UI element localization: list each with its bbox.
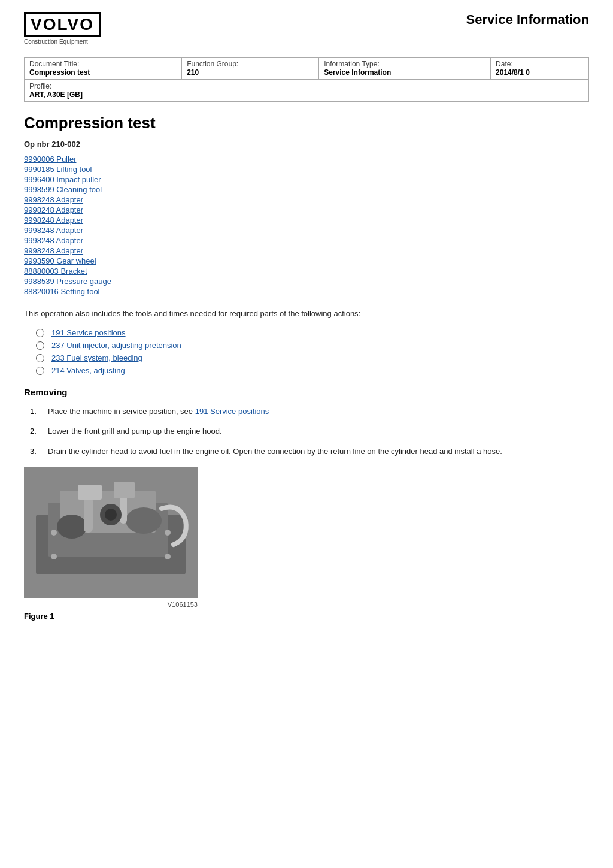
- removing-step: 3.Drain the cylinder head to avoid fuel …: [30, 446, 589, 458]
- tool-list-item: 9998248 Adapter: [24, 195, 589, 204]
- step-text: Place the machine in service position, s…: [48, 406, 589, 418]
- bullet-circle-icon: [36, 341, 44, 350]
- figure-area: V1061153 Figure 1: [24, 467, 589, 621]
- tool-list-item: 88880003 Bracket: [24, 267, 589, 276]
- step-number: 3.: [30, 446, 48, 458]
- svg-point-13: [165, 530, 171, 536]
- volvo-logo: VOLVO: [24, 12, 101, 37]
- date-label: Date:: [496, 60, 584, 68]
- tool-link[interactable]: 9996400 Impact puller: [24, 175, 101, 184]
- removing-heading: Removing: [24, 387, 589, 397]
- step-number: 1.: [30, 406, 48, 418]
- action-link[interactable]: 237 Unit injector, adjusting pretension: [51, 341, 181, 350]
- doc-title-label: Document Title:: [29, 60, 177, 68]
- removing-step: 2.Lower the front grill and pump up the …: [30, 425, 589, 437]
- svg-rect-6: [84, 497, 93, 533]
- figure-caption: V1061153: [24, 601, 198, 608]
- profile-label: Profile:: [29, 82, 584, 90]
- info-type-value: Service Information: [324, 68, 485, 77]
- tool-link[interactable]: 88880003 Bracket: [24, 267, 87, 276]
- tool-list-item: 9988539 Pressure gauge: [24, 277, 589, 286]
- figure-image: [24, 467, 198, 598]
- tool-list-item: 9998248 Adapter: [24, 216, 589, 225]
- removing-steps: 1.Place the machine in service position,…: [30, 406, 589, 458]
- action-list-item: 191 Service positions: [36, 328, 589, 337]
- svg-point-10: [51, 554, 57, 559]
- tool-list-item: 9993590 Gear wheel: [24, 256, 589, 265]
- action-list-item: 237 Unit injector, adjusting pretension: [36, 341, 589, 350]
- function-group-value: 210: [187, 68, 314, 77]
- svg-point-5: [126, 507, 162, 534]
- tool-list-item: 9998248 Adapter: [24, 205, 589, 214]
- tool-link[interactable]: 9998248 Adapter: [24, 195, 83, 204]
- step-text: Drain the cylinder head to avoid fuel in…: [48, 446, 589, 458]
- bullet-circle-icon: [36, 354, 44, 362]
- tool-link[interactable]: 9998248 Adapter: [24, 236, 83, 245]
- tool-link[interactable]: 9990006 Puller: [24, 155, 76, 164]
- step-number: 2.: [30, 425, 48, 437]
- profile-value: ART, A30E [GB]: [29, 90, 584, 99]
- action-link[interactable]: 191 Service positions: [51, 328, 126, 337]
- tool-list-item: 9990185 Lifting tool: [24, 165, 589, 174]
- logo-subtitle: Construction Equipment: [24, 38, 101, 45]
- svg-rect-15: [114, 482, 135, 498]
- function-group-label: Function Group:: [187, 60, 314, 68]
- tool-list-item: 9998248 Adapter: [24, 236, 589, 245]
- service-info-title: Service Information: [466, 12, 589, 28]
- engine-image-svg: [24, 467, 198, 598]
- tool-link[interactable]: 9998248 Adapter: [24, 205, 83, 214]
- action-list-item: 214 Valves, adjusting: [36, 366, 589, 375]
- removing-step: 1.Place the machine in service position,…: [30, 406, 589, 418]
- action-list-item: 233 Fuel system, bleeding: [36, 353, 589, 362]
- tool-list-item: 88820016 Setting tool: [24, 287, 589, 296]
- document-info-table: Document Title: Compression test Functio…: [24, 57, 589, 102]
- page-title: Compression test: [24, 114, 589, 132]
- bullet-circle-icon: [36, 329, 44, 337]
- svg-point-12: [51, 530, 57, 536]
- tool-list-item: 9990006 Puller: [24, 155, 589, 164]
- tool-link[interactable]: 9998248 Adapter: [24, 226, 83, 235]
- logo-area: VOLVO Construction Equipment: [24, 12, 101, 45]
- date-value: 2014/8/1 0: [496, 68, 584, 77]
- tool-link[interactable]: 9988539 Pressure gauge: [24, 277, 111, 286]
- action-link[interactable]: 233 Fuel system, bleeding: [51, 353, 142, 362]
- step-text: Lower the front grill and pump up the en…: [48, 425, 589, 437]
- tool-link[interactable]: 9993590 Gear wheel: [24, 256, 96, 265]
- doc-title-value: Compression test: [29, 68, 177, 77]
- figure-label: Figure 1: [24, 612, 589, 621]
- tool-link[interactable]: 9998248 Adapter: [24, 216, 83, 225]
- step-link[interactable]: 191 Service positions: [195, 407, 269, 416]
- op-nbr: Op nbr 210-002: [24, 140, 589, 149]
- op-description: This operation also includes the tools a…: [24, 308, 589, 320]
- page-header: VOLVO Construction Equipment Service Inf…: [24, 12, 589, 45]
- svg-point-9: [105, 509, 117, 521]
- tool-list: 9990006 Puller9990185 Lifting tool999640…: [24, 155, 589, 296]
- tool-link[interactable]: 88820016 Setting tool: [24, 287, 100, 296]
- tool-link[interactable]: 9990185 Lifting tool: [24, 165, 92, 174]
- tool-link[interactable]: 9998599 Cleaning tool: [24, 185, 102, 194]
- bullet-circle-icon: [36, 367, 44, 375]
- tool-list-item: 9998248 Adapter: [24, 226, 589, 235]
- svg-rect-14: [78, 485, 102, 500]
- svg-point-4: [57, 515, 87, 539]
- action-link[interactable]: 214 Valves, adjusting: [51, 366, 125, 375]
- tool-list-item: 9998248 Adapter: [24, 246, 589, 255]
- tool-list-item: 9996400 Impact puller: [24, 175, 589, 184]
- tool-link[interactable]: 9998248 Adapter: [24, 246, 83, 255]
- info-type-label: Information Type:: [324, 60, 485, 68]
- svg-point-11: [165, 554, 171, 559]
- actions-list: 191 Service positions237 Unit injector, …: [36, 328, 589, 375]
- tool-list-item: 9998599 Cleaning tool: [24, 185, 589, 194]
